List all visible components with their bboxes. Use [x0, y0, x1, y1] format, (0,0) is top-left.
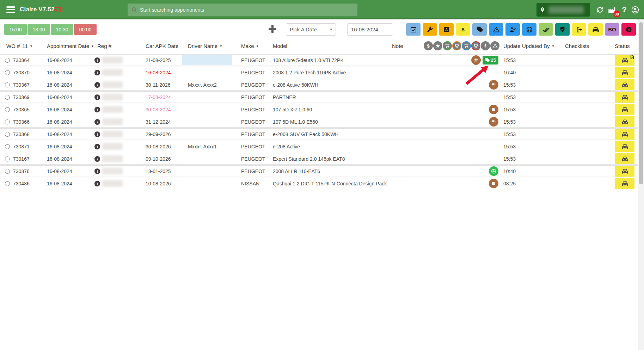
- wheel-icon[interactable]: [489, 166, 498, 176]
- info-icon[interactable]: i: [94, 131, 100, 137]
- coffee-icon[interactable]: [489, 80, 498, 90]
- table-row[interactable]: 73016716-08-2024i09-10-2026PEUGEOTExpert…: [0, 153, 638, 165]
- row-radio[interactable]: [5, 107, 10, 112]
- table-row[interactable]: 73036916-08-2024i17-08-2024PEUGEOTPARTNE…: [0, 91, 638, 103]
- column-header-make[interactable]: Make▾: [235, 43, 266, 49]
- info-icon[interactable]: i: [94, 107, 100, 112]
- user-account-icon[interactable]: [630, 5, 640, 15]
- info-icon[interactable]: i: [94, 57, 100, 63]
- star-circle[interactable]: ★: [433, 41, 442, 50]
- warning-circle[interactable]: [490, 41, 499, 50]
- factory-icon[interactable]: 88: [607, 5, 617, 15]
- status-badge[interactable]: [615, 55, 634, 66]
- warning-triangle-button[interactable]: [489, 23, 503, 36]
- info-icon[interactable]: i: [94, 156, 100, 162]
- info-icon[interactable]: i: [94, 70, 100, 75]
- status-badge[interactable]: [615, 104, 634, 115]
- dollar-button[interactable]: $: [456, 23, 470, 36]
- table-row[interactable]: 73036816-08-2024i29-09-2026PEUGEOTe-2008…: [0, 128, 638, 140]
- driver-name-highlight[interactable]: [182, 55, 232, 65]
- status-badge[interactable]: [615, 141, 634, 152]
- help-icon[interactable]: ?: [619, 5, 629, 15]
- sort-caret-icon: ▾: [30, 44, 32, 48]
- add-appointment-button[interactable]: [268, 25, 277, 33]
- coffee-icon[interactable]: [489, 105, 498, 114]
- date-filter-select[interactable]: Pick A Date ▾: [286, 23, 336, 36]
- time-chip-10:30[interactable]: 10:30: [51, 24, 73, 35]
- table-row[interactable]: 73037116-08-2024i30-08-2026Mxxxr. Axxx1P…: [0, 141, 638, 152]
- date-input[interactable]: [347, 23, 393, 36]
- table-row[interactable]: 73048616-08-2024i10-08-2026NISSANQashqai…: [0, 178, 638, 189]
- tag-count-badge[interactable]: 25: [483, 56, 498, 65]
- status-badge[interactable]: [615, 153, 634, 164]
- table-row[interactable]: 73036516-08-2024i30-08-2024PEUGEOT107 5D…: [0, 104, 638, 115]
- coffee-icon[interactable]: [489, 179, 498, 188]
- sign-out-button[interactable]: [572, 23, 586, 36]
- status-badge[interactable]: [615, 92, 634, 103]
- search-input[interactable]: [140, 7, 357, 13]
- table-row[interactable]: 73037016-08-2024i16-08-2024PEUGEOT2008 1…: [0, 67, 638, 78]
- column-header-updated_by[interactable]: Updated By▾: [519, 43, 562, 49]
- time-chip-15:00[interactable]: 15:00: [4, 24, 27, 35]
- info-icon[interactable]: i: [94, 94, 100, 100]
- status-badge[interactable]: [615, 116, 634, 127]
- row-radio[interactable]: [5, 82, 10, 87]
- coffee-icon[interactable]: [471, 55, 481, 65]
- row-radio[interactable]: [5, 132, 10, 137]
- status-badge[interactable]: [615, 79, 634, 90]
- info-icon[interactable]: i: [94, 144, 100, 149]
- table-row[interactable]: 73036416-08-2024i21-08-2025PEUGEOT108 Al…: [0, 54, 638, 66]
- row-radio[interactable]: [5, 181, 10, 186]
- vertical-scrollbar[interactable]: [638, 19, 644, 350]
- time-chip-13:00[interactable]: 13:00: [27, 24, 50, 35]
- column-label: Note: [392, 43, 403, 49]
- flags-cell: [421, 80, 501, 90]
- calendar-check-button[interactable]: [406, 23, 421, 36]
- row-radio[interactable]: [5, 156, 10, 161]
- pushpin-circle[interactable]: [481, 41, 490, 50]
- column-header-wo[interactable]: WO #11▾: [0, 43, 41, 49]
- double-check-button[interactable]: [539, 23, 553, 36]
- coffee-icon[interactable]: [489, 117, 498, 127]
- cart-circle[interactable]: [471, 41, 480, 50]
- row-radio[interactable]: [5, 119, 10, 124]
- dollar-circle[interactable]: $: [424, 41, 433, 50]
- table-row[interactable]: 73036616-08-2024i31-12-2024PEUGEOT107 5D…: [0, 116, 638, 128]
- table-row[interactable]: 73036716-08-2024i30-11-2026Mxxxr. Axxx2P…: [0, 79, 638, 91]
- row-radio[interactable]: [5, 144, 10, 149]
- row-radio[interactable]: [5, 95, 10, 100]
- cart-circle[interactable]: [462, 41, 471, 50]
- car-button[interactable]: [588, 23, 603, 36]
- info-icon[interactable]: i: [94, 119, 100, 125]
- column-header-appt[interactable]: Appointment Date▾: [41, 43, 91, 49]
- info-icon[interactable]: i: [94, 82, 100, 88]
- text-bo-button[interactable]: BO: [605, 23, 619, 36]
- info-icon[interactable]: i: [94, 181, 100, 186]
- cart-circle[interactable]: [443, 41, 452, 50]
- info-icon[interactable]: i: [94, 168, 100, 174]
- cart-circle[interactable]: [452, 41, 461, 50]
- model: 107 5D ML 1.0 E560: [266, 119, 389, 125]
- status-badge[interactable]: [615, 129, 634, 140]
- hamburger-menu-icon[interactable]: [6, 6, 15, 13]
- status-badge[interactable]: [615, 166, 634, 177]
- location-selector[interactable]: [536, 3, 590, 17]
- wrench-button[interactable]: [423, 23, 437, 36]
- column-header-driver[interactable]: Driver Name▾: [182, 43, 235, 49]
- x-circle-button[interactable]: [621, 23, 636, 36]
- tag-button[interactable]: [472, 23, 487, 36]
- smiley-button[interactable]: [522, 23, 536, 36]
- time-chip-00:00[interactable]: 00:00: [74, 24, 97, 35]
- row-radio[interactable]: [5, 169, 10, 174]
- table-row[interactable]: 73037616-08-2024i13-01-2025PEUGEOT2008 A…: [0, 165, 638, 177]
- status-badge[interactable]: [615, 67, 634, 78]
- row-radio[interactable]: [5, 70, 10, 75]
- cast-icon[interactable]: [54, 6, 61, 13]
- status-badge[interactable]: [615, 178, 634, 189]
- shield-check-button[interactable]: [555, 23, 570, 36]
- scrollbar-thumb[interactable]: [639, 22, 643, 184]
- user-check-button[interactable]: [505, 23, 520, 36]
- sync-icon[interactable]: [595, 5, 605, 15]
- row-radio[interactable]: [5, 58, 10, 63]
- letter-a-square-button[interactable]: A: [439, 23, 454, 36]
